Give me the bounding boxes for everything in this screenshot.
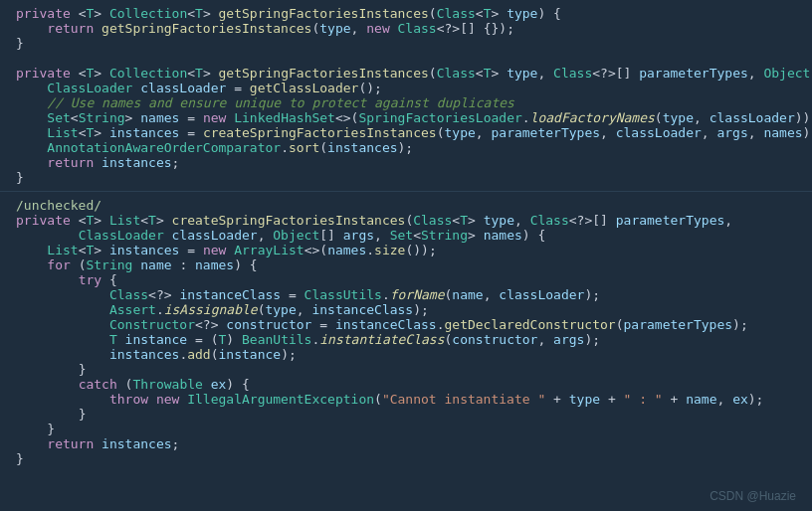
code-editor-2: /unchecked/ private <T> List<T> createSp… <box>0 192 812 472</box>
code-editor: private <T> Collection<T> getSpringFacto… <box>0 0 812 191</box>
watermark: CSDN @Huazie <box>710 489 796 503</box>
